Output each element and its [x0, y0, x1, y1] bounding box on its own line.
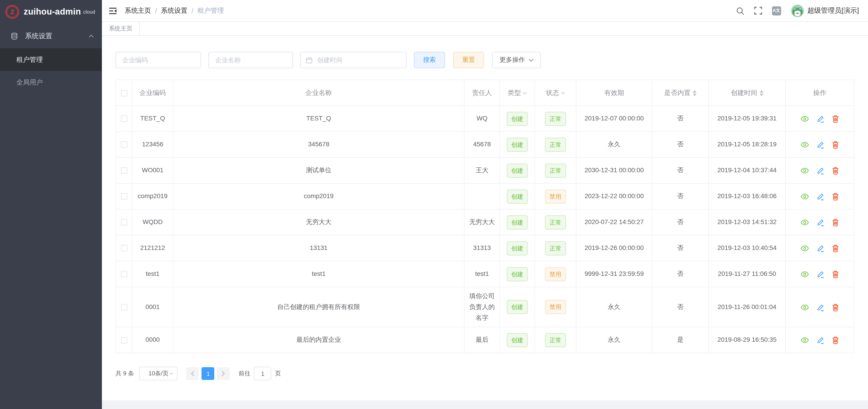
view-icon[interactable]	[801, 304, 809, 311]
current-user-name[interactable]: 超级管理员[演示]	[807, 6, 859, 15]
row-select-cell	[116, 106, 132, 132]
page-number-1[interactable]: 1	[202, 367, 215, 380]
edit-icon[interactable]	[817, 244, 824, 252]
company-name-input[interactable]	[208, 52, 293, 68]
next-page-button[interactable]	[217, 367, 230, 380]
status-filter-icon[interactable]	[561, 92, 565, 94]
delete-icon[interactable]	[832, 337, 839, 344]
sort-icon[interactable]	[760, 90, 763, 96]
goto-page-input[interactable]	[254, 367, 271, 381]
sidebar-item-tenant-management[interactable]: 租户管理	[0, 48, 102, 71]
cell-duty-person: WQ	[464, 106, 500, 132]
view-icon[interactable]	[801, 245, 809, 252]
chevron-up-icon	[89, 34, 94, 37]
search-button[interactable]: 搜索	[414, 52, 445, 68]
row-checkbox[interactable]	[121, 193, 127, 200]
view-icon[interactable]	[801, 167, 809, 174]
table-row: 0000最后的内置企业最后创建正常永久是2019-08-29 16:50:35	[116, 327, 854, 353]
cell-type: 创建	[500, 209, 535, 235]
type-badge: 创建	[507, 189, 528, 203]
sidebar-menu: 系统设置 租户管理 全局用户	[0, 24, 102, 94]
logo-icon: Z	[5, 5, 19, 19]
created-time-input[interactable]	[300, 52, 407, 68]
row-checkbox[interactable]	[121, 304, 127, 310]
fullscreen-icon[interactable]	[754, 7, 762, 14]
delete-icon[interactable]	[832, 303, 839, 311]
view-icon[interactable]	[801, 271, 809, 278]
reset-button[interactable]: 重置	[453, 52, 484, 68]
cell-created-time: 2019-11-26 00:01:04	[709, 287, 785, 327]
company-code-input[interactable]	[116, 52, 201, 68]
delete-icon[interactable]	[832, 218, 839, 226]
tab-system-home[interactable]: 系统主页	[102, 22, 140, 35]
row-checkbox[interactable]	[121, 167, 127, 174]
breadcrumb-home[interactable]: 系统主页	[125, 6, 151, 15]
row-checkbox[interactable]	[121, 142, 127, 148]
sidebar-item-label: 全局用户	[17, 78, 43, 87]
edit-icon[interactable]	[817, 270, 824, 278]
sidebar-group-system-settings[interactable]: 系统设置	[0, 24, 102, 48]
app-logo[interactable]: Z zuihou-admin cloud	[0, 0, 102, 24]
delete-icon[interactable]	[832, 244, 839, 252]
view-icon[interactable]	[801, 141, 809, 148]
row-select-cell	[116, 132, 132, 158]
created-time-picker[interactable]	[300, 52, 407, 68]
status-badge: 正常	[545, 111, 566, 126]
table-row: TEST_QTEST_QWQ创建正常2019-12-07 00:00:00否20…	[116, 106, 854, 132]
edit-icon[interactable]	[817, 218, 824, 226]
cell-duty-person	[464, 183, 500, 209]
view-icon[interactable]	[801, 193, 809, 200]
cell-created-time: 2019-12-03 16:48:06	[709, 183, 785, 209]
sidebar-item-global-users[interactable]: 全局用户	[0, 71, 102, 94]
cell-company-code: test1	[132, 261, 173, 287]
cell-actions	[785, 158, 854, 183]
more-actions-button[interactable]: 更多操作	[492, 52, 541, 68]
cell-actions	[785, 261, 854, 287]
tenant-table: 企业编码 企业名称 责任人 类型 状态 有效期 是否内置 创建时间 操作 TES…	[116, 79, 854, 353]
breadcrumb-system-settings[interactable]: 系统设置	[161, 6, 187, 15]
select-all-checkbox[interactable]	[121, 90, 127, 96]
row-checkbox[interactable]	[121, 337, 127, 344]
delete-icon[interactable]	[832, 115, 839, 123]
row-checkbox[interactable]	[121, 271, 127, 277]
user-avatar[interactable]	[791, 4, 804, 17]
sidebar-collapse-icon[interactable]	[106, 5, 119, 16]
search-icon[interactable]	[736, 7, 744, 15]
edit-icon[interactable]	[817, 141, 824, 148]
delete-icon[interactable]	[832, 193, 839, 200]
edit-icon[interactable]	[817, 193, 824, 200]
row-select-cell	[116, 209, 132, 235]
cell-type: 创建	[500, 183, 535, 209]
edit-icon[interactable]	[817, 115, 824, 123]
view-icon[interactable]	[801, 219, 809, 226]
cell-builtin: 否	[652, 235, 709, 261]
delete-icon[interactable]	[832, 167, 839, 174]
breadcrumb-separator: /	[155, 7, 157, 14]
cell-company-code: WQDD	[132, 209, 173, 235]
sort-icon[interactable]	[693, 90, 696, 96]
cell-company-name: 13131	[173, 235, 464, 261]
view-icon[interactable]	[801, 115, 809, 122]
page-size-select[interactable]: 10条/页	[140, 367, 178, 381]
edit-icon[interactable]	[817, 303, 824, 311]
cell-type: 创建	[500, 327, 535, 353]
select-all-cell	[116, 80, 132, 106]
type-filter-icon[interactable]	[523, 92, 527, 94]
goto-label: 前往	[239, 370, 250, 378]
cell-actions	[785, 209, 854, 235]
view-icon[interactable]	[801, 337, 809, 344]
table-row: 21212121313131313创建正常2019-12-26 00:00:00…	[116, 235, 854, 261]
row-checkbox[interactable]	[121, 245, 127, 251]
edit-icon[interactable]	[817, 337, 824, 344]
cell-company-name: 345678	[173, 132, 464, 158]
edit-icon[interactable]	[817, 167, 824, 174]
cell-company-code: 0001	[132, 287, 173, 327]
delete-icon[interactable]	[832, 141, 839, 148]
cell-expire: 永久	[576, 287, 652, 327]
prev-page-button[interactable]	[186, 367, 199, 380]
top-navbar: 系统主页 / 系统设置 / 租户管理 A文	[102, 0, 868, 22]
language-switch-icon[interactable]: A文	[772, 6, 781, 15]
delete-icon[interactable]	[832, 270, 839, 278]
row-checkbox[interactable]	[121, 116, 127, 122]
row-checkbox[interactable]	[121, 219, 127, 226]
